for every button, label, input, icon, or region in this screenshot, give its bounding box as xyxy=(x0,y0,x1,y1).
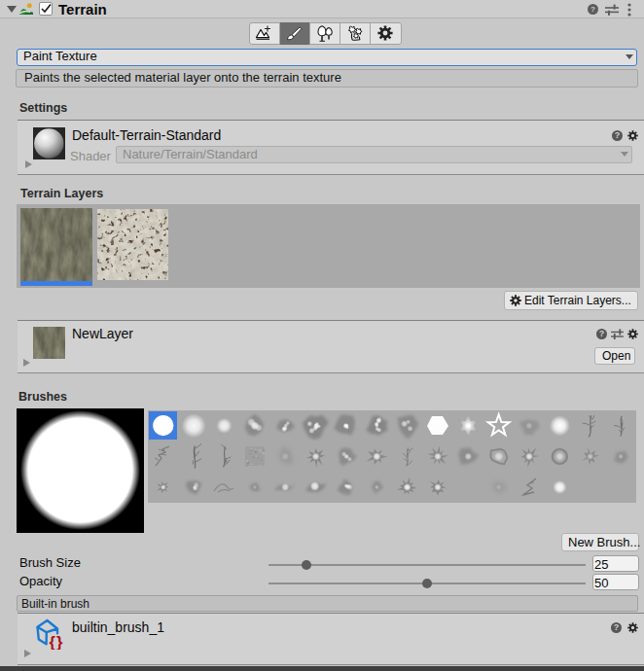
svg-text:}: } xyxy=(56,633,63,650)
svg-text:{: { xyxy=(50,633,56,650)
svg-text:?: ? xyxy=(590,5,595,14)
